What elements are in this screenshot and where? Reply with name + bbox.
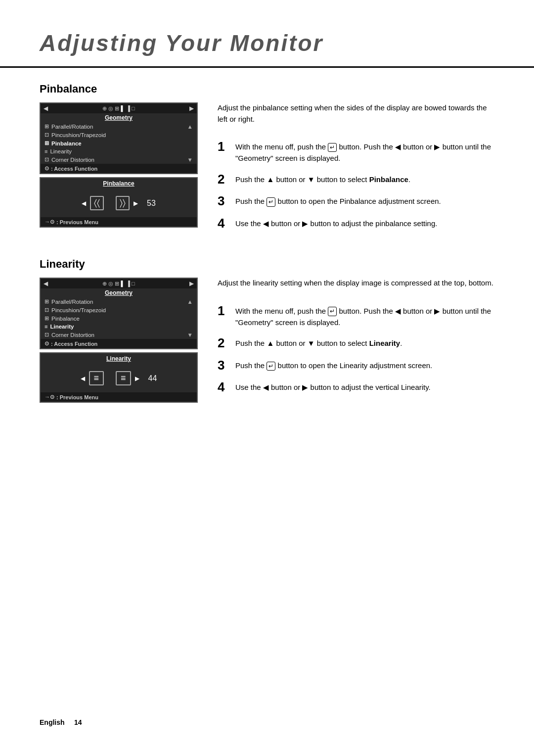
pinbalance-step-3: 3 Push the ↵ button to open the Pinbalan… — [218, 194, 494, 208]
lin-access-label: : Access Function — [51, 341, 97, 347]
linearity-adj-box: Linearity ◀ ≡ ≡ ▶ 44 →⊙ : Previous Menu — [40, 352, 198, 403]
icon-pinbalance: ⊞ — [44, 140, 49, 146]
icon-corner: ⊡ — [44, 156, 49, 163]
adj-icon-right: 〉〉 — [116, 196, 130, 210]
lin-step-3-text: Push the ↵ button to open the Linearity … — [235, 358, 432, 371]
lin-topbar-right-arrow: ▶ — [189, 280, 194, 287]
pinbalance-adj-controls: ◀ 〈〈 〉〉 ▶ 53 — [41, 189, 197, 217]
lin-icon-wave: ▌ — [121, 281, 125, 286]
pinbalance-left-col: ◀ ⊕ ◎ ⊞ ▌ ▐ □ ▶ Geometry ⊞ — [40, 102, 198, 238]
osd-item-label-parallel: Parallel/Rotation — [51, 124, 93, 130]
lin-adj-icon-left: ≡ — [89, 371, 104, 385]
step-4-number: 4 — [218, 216, 228, 231]
lin-prev-label: : Previous Menu — [56, 394, 98, 400]
enter-btn-icon-2: ↵ — [267, 197, 275, 207]
lin-enter-btn-icon: ↵ — [328, 307, 337, 316]
lin-access-icon: ⊙ — [44, 340, 49, 347]
adj-right-arrow: ▶ — [134, 200, 138, 207]
access-label: : Access Function — [51, 166, 97, 172]
pinbalance-adj-box: Pinbalance ◀ 〈〈 〉〉 ▶ 53 →⊙ : Previous Me… — [40, 177, 198, 228]
linearity-description: Adjust the linearity setting when the di… — [218, 278, 494, 289]
lin-step-2-number: 2 — [218, 336, 228, 350]
icon-cross: ⊕ — [102, 105, 107, 112]
topbar-right-arrow: ▶ — [189, 105, 194, 112]
prev-icon: →⊙ — [44, 219, 54, 225]
pinbalance-adj-value: 53 — [147, 199, 156, 208]
step-1-number: 1 — [218, 140, 228, 154]
lin-icon-speaker: ▐ — [126, 281, 130, 286]
lin-step-3-number: 3 — [218, 358, 228, 373]
pinbalance-adj-title: Pinbalance — [41, 178, 197, 189]
topbar-icons: ⊕ ◎ ⊞ ▌ ▐ □ — [50, 105, 187, 112]
lin-osd-item-label-pincushion: Pincushion/Trapezoid — [51, 307, 106, 313]
linearity-step-1: 1 With the menu off, push the ↵ button. … — [218, 304, 494, 329]
pinbalance-osd-bottom: ⊙ : Access Function — [41, 164, 197, 173]
lin-adj-icon-right: ≡ — [116, 371, 131, 385]
pinbalance-right-col: Adjust the pinbalance setting when the s… — [218, 102, 494, 238]
lin-scroll-arrow-parallel: ▲ — [187, 299, 193, 305]
pinbalance-bold: Pinbalance — [369, 175, 408, 184]
lin-scroll-arrow-corner: ▼ — [187, 332, 193, 338]
lin-icon-grid: ⊞ — [115, 281, 119, 287]
linearity-right-col: Adjust the linearity setting when the di… — [218, 278, 494, 406]
topbar-left-arrow: ◀ — [44, 105, 48, 112]
footer-spacer — [66, 718, 72, 726]
lin-icon-box: □ — [132, 281, 135, 286]
osd-item-linearity: ≡ Linearity — [41, 147, 197, 155]
linearity-heading: Linearity — [40, 258, 494, 271]
linearity-osd-box: ◀ ⊕ ◎ ⊞ ▌ ▐ □ ▶ Geometry ⊞ — [40, 278, 198, 349]
icon-target: ◎ — [108, 105, 113, 112]
pinbalance-steps: 1 With the menu off, push the ↵ button. … — [218, 140, 494, 230]
linearity-section: Linearity ◀ ⊕ ◎ ⊞ ▌ ▐ □ — [40, 258, 494, 406]
prev-label: : Previous Menu — [56, 219, 98, 225]
lin-osd-item-label-pinbalance: Pinbalance — [51, 316, 80, 322]
lin-topbar-icons: ⊕ ◎ ⊞ ▌ ▐ □ — [50, 281, 187, 287]
scroll-arrow-parallel: ▲ — [187, 124, 193, 130]
enter-btn-icon: ↵ — [328, 143, 337, 152]
lin-topbar-left-arrow: ◀ — [44, 280, 48, 287]
osd-item-label-pinbalance: Pinbalance — [51, 141, 82, 146]
lin-icon-target: ◎ — [108, 281, 113, 287]
pinbalance-section: Pinbalance ◀ ⊕ ◎ ⊞ ▌ ▐ □ — [40, 83, 494, 238]
linearity-adj-value: 44 — [148, 374, 157, 383]
footer: English 14 — [40, 718, 82, 726]
linearity-step-4: 4 Use the ◀ button or ▶ button to adjust… — [218, 380, 494, 394]
lin-step-4-number: 4 — [218, 380, 228, 394]
pinbalance-row: ◀ ⊕ ◎ ⊞ ▌ ▐ □ ▶ Geometry ⊞ — [40, 102, 494, 238]
lin-step-4-text: Use the ◀ button or ▶ button to adjust t… — [235, 380, 431, 393]
osd-item-label-pincushion: Pincushion/Trapezoid — [51, 132, 106, 138]
lin-step-2-text: Push the ▲ button or ▼ button to select … — [235, 336, 402, 349]
lin-osd-item-linearity: ≡ Linearity — [41, 323, 197, 331]
osd-item-pinbalance: ⊞ Pinbalance — [41, 139, 197, 147]
pinbalance-description: Adjust the pinbalance setting when the s… — [218, 102, 494, 125]
pinbalance-adj-bottom: →⊙ : Previous Menu — [41, 217, 197, 227]
pinbalance-osd-box: ◀ ⊕ ◎ ⊞ ▌ ▐ □ ▶ Geometry ⊞ — [40, 102, 198, 174]
lin-adj-left-arrow: ◀ — [81, 375, 85, 382]
linearity-bold: Linearity — [369, 339, 400, 347]
scroll-arrow-corner: ▼ — [187, 157, 193, 163]
footer-language: English — [40, 718, 65, 726]
adj-left-arrow: ◀ — [82, 200, 86, 207]
icon-linearity: ≡ — [44, 148, 47, 154]
linearity-osd-bottom: ⊙ : Access Function — [41, 339, 197, 348]
page-title: Adjusting Your Monitor — [40, 30, 494, 56]
osd-item-pincushion: ⊡ Pincushion/Trapezoid — [41, 131, 197, 139]
page-title-area: Adjusting Your Monitor — [0, 0, 534, 68]
linearity-osd-topbar: ◀ ⊕ ◎ ⊞ ▌ ▐ □ ▶ — [41, 279, 197, 288]
icon-box: □ — [132, 105, 135, 111]
lin-icon-pinbalance: ⊞ — [44, 315, 49, 322]
linearity-osd-title: Geometry — [41, 288, 197, 297]
lin-icon-linearity: ≡ — [44, 324, 47, 330]
linearity-step-3: 3 Push the ↵ button to open the Linearit… — [218, 358, 494, 373]
linearity-row: ◀ ⊕ ◎ ⊞ ▌ ▐ □ ▶ Geometry ⊞ — [40, 278, 494, 406]
linearity-step-2: 2 Push the ▲ button or ▼ button to selec… — [218, 336, 494, 350]
adj-icon-left: 〈〈 — [90, 196, 104, 210]
step-3-number: 3 — [218, 194, 228, 208]
pinbalance-osd-title: Geometry — [41, 113, 197, 122]
lin-enter-btn-icon-2: ↵ — [267, 362, 275, 371]
step-4-text: Use the ◀ button or ▶ button to adjust t… — [235, 216, 437, 229]
lin-osd-item-label-corner: Corner Distortion — [51, 332, 94, 338]
step-3-text: Push the ↵ button to open the Pinbalance… — [235, 194, 441, 207]
lin-step-1-text: With the menu off, push the ↵ button. Pu… — [235, 304, 494, 329]
footer-page: 14 — [74, 718, 82, 726]
